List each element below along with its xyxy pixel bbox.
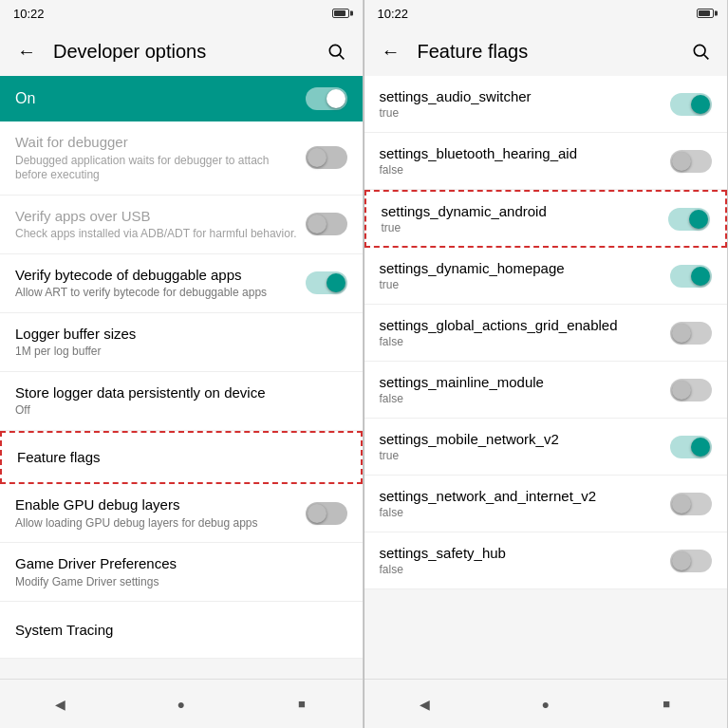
toggle-knob xyxy=(691,267,710,286)
toggle-knob xyxy=(672,152,691,171)
flag-safety-hub-name: settings_safety_hub xyxy=(380,545,663,561)
store-logger-subtitle: Off xyxy=(15,403,340,419)
developer-options-toggle[interactable] xyxy=(306,87,347,110)
flag-bluetooth-hearing-text: settings_bluetooth_hearing_aid false xyxy=(380,145,663,177)
flag-dynamic-android-toggle[interactable] xyxy=(668,208,710,231)
gpu-debug-item[interactable]: Enable GPU debug layers Allow loading GP… xyxy=(0,484,363,543)
toggle-knob xyxy=(308,504,327,523)
verify-apps-usb-toggle[interactable] xyxy=(306,213,347,235)
flag-bluetooth-hearing-toggle[interactable] xyxy=(670,150,712,173)
flag-audio-switcher-item[interactable]: settings_audio_switcher true xyxy=(364,76,728,133)
left-back-nav-button[interactable]: ◀ xyxy=(42,685,80,723)
flag-mainline-module-item[interactable]: settings_mainline_module false xyxy=(364,362,728,419)
wait-for-debugger-subtitle: Debugged application waits for debugger … xyxy=(15,154,298,183)
logger-buffer-subtitle: 1M per log buffer xyxy=(15,345,340,360)
left-page-title: Developer options xyxy=(53,41,319,63)
right-home-nav-button[interactable]: ● xyxy=(527,685,565,723)
left-search-icon xyxy=(327,42,345,61)
flag-mobile-network-toggle[interactable] xyxy=(670,436,712,458)
wait-for-debugger-toggle[interactable] xyxy=(306,146,347,169)
verify-bytecode-item[interactable]: Verify bytecode of debuggable apps Allow… xyxy=(0,254,363,313)
right-back-button[interactable]: ← xyxy=(374,34,408,68)
flag-safety-hub-toggle[interactable] xyxy=(670,550,712,572)
flag-audio-switcher-value: true xyxy=(380,106,663,120)
right-page-title: Feature flags xyxy=(418,41,684,63)
toggle-knob xyxy=(691,438,710,457)
verify-apps-usb-text: Verify apps over USB Check apps installe… xyxy=(15,207,298,242)
right-back-arrow-icon: ← xyxy=(382,41,401,63)
flag-global-actions-toggle[interactable] xyxy=(670,322,712,345)
verify-apps-usb-title: Verify apps over USB xyxy=(15,207,298,226)
system-tracing-title: System Tracing xyxy=(15,621,340,640)
flag-mainline-module-value: false xyxy=(380,392,663,405)
toggle-knob xyxy=(672,381,691,400)
flag-mobile-network-item[interactable]: settings_mobile_network_v2 true xyxy=(364,419,728,476)
flag-network-internet-toggle[interactable] xyxy=(670,493,712,515)
feature-flags-item[interactable]: Feature flags xyxy=(0,431,363,484)
flag-mainline-module-name: settings_mainline_module xyxy=(380,374,663,390)
verify-bytecode-toggle[interactable] xyxy=(306,271,347,294)
system-tracing-text: System Tracing xyxy=(15,621,340,640)
left-home-nav-button[interactable]: ● xyxy=(162,685,200,723)
right-search-icon xyxy=(691,42,710,61)
system-tracing-item[interactable]: System Tracing xyxy=(0,602,363,659)
flag-mainline-module-toggle[interactable] xyxy=(670,379,712,401)
flag-global-actions-name: settings_global_actions_grid_enabled xyxy=(380,317,663,333)
right-time: 10:22 xyxy=(378,7,409,21)
flag-safety-hub-value: false xyxy=(380,563,663,576)
right-toolbar: ← Feature flags xyxy=(364,27,728,76)
flag-global-actions-text: settings_global_actions_grid_enabled fal… xyxy=(380,317,663,348)
on-label: On xyxy=(15,90,35,107)
svg-point-0 xyxy=(329,45,341,56)
toggle-knob xyxy=(308,148,327,167)
right-search-button[interactable] xyxy=(683,34,718,68)
wait-for-debugger-title: Wait for debugger xyxy=(15,133,298,152)
flag-safety-hub-text: settings_safety_hub false xyxy=(380,545,663,576)
toggle-knob xyxy=(327,89,345,108)
flag-dynamic-android-item[interactable]: settings_dynamic_android true xyxy=(364,190,728,248)
flag-dynamic-homepage-name: settings_dynamic_homepage xyxy=(380,260,663,276)
svg-point-2 xyxy=(694,45,705,56)
right-back-nav-button[interactable]: ◀ xyxy=(405,685,443,723)
game-driver-item[interactable]: Game Driver Preferences Modify Game Driv… xyxy=(0,543,363,602)
flag-audio-switcher-toggle[interactable] xyxy=(670,93,712,116)
left-nav-bar: ◀ ● ■ xyxy=(0,679,363,728)
verify-apps-usb-item[interactable]: Verify apps over USB Check apps installe… xyxy=(0,196,363,254)
left-status-bar: 10:22 xyxy=(0,0,363,27)
game-driver-text: Game Driver Preferences Modify Game Driv… xyxy=(15,554,340,589)
gpu-debug-toggle[interactable] xyxy=(306,502,347,525)
left-recents-nav-button[interactable]: ■ xyxy=(283,685,321,723)
logger-buffer-item[interactable]: Logger buffer sizes 1M per log buffer xyxy=(0,313,363,372)
flag-bluetooth-hearing-item[interactable]: settings_bluetooth_hearing_aid false xyxy=(364,133,728,190)
store-logger-title: Store logger data persistently on device xyxy=(15,383,340,402)
flag-bluetooth-hearing-name: settings_bluetooth_hearing_aid xyxy=(380,145,663,161)
flag-dynamic-homepage-item[interactable]: settings_dynamic_homepage true xyxy=(364,248,728,305)
logger-buffer-title: Logger buffer sizes xyxy=(15,325,340,344)
right-status-bar: 10:22 xyxy=(364,0,728,27)
verify-bytecode-title: Verify bytecode of debuggable apps xyxy=(15,266,298,285)
flag-bluetooth-hearing-value: false xyxy=(380,163,663,177)
flag-dynamic-homepage-toggle[interactable] xyxy=(670,265,712,288)
toggle-knob xyxy=(327,273,345,292)
right-home-nav-icon: ● xyxy=(542,697,550,712)
store-logger-text: Store logger data persistently on device… xyxy=(15,383,340,419)
flag-global-actions-item[interactable]: settings_global_actions_grid_enabled fal… xyxy=(364,305,728,362)
svg-line-3 xyxy=(704,55,709,60)
flag-dynamic-android-name: settings_dynamic_android xyxy=(382,203,662,219)
developer-options-toggle-row[interactable]: On xyxy=(0,76,363,121)
toggle-knob xyxy=(691,95,710,114)
flag-global-actions-value: false xyxy=(380,335,663,348)
flag-mobile-network-name: settings_mobile_network_v2 xyxy=(380,431,663,447)
store-logger-item[interactable]: Store logger data persistently on device… xyxy=(0,372,363,431)
gpu-debug-text: Enable GPU debug layers Allow loading GP… xyxy=(15,495,298,531)
gpu-debug-subtitle: Allow loading GPU debug layers for debug… xyxy=(15,516,298,532)
flag-mainline-module-text: settings_mainline_module false xyxy=(380,374,663,405)
left-back-button[interactable]: ← xyxy=(9,34,44,68)
left-toolbar: ← Developer options xyxy=(0,27,363,76)
wait-for-debugger-item[interactable]: Wait for debugger Debugged application w… xyxy=(0,121,363,196)
right-recents-nav-button[interactable]: ■ xyxy=(647,685,685,723)
flag-network-internet-item[interactable]: settings_network_and_internet_v2 false xyxy=(364,476,728,532)
left-search-button[interactable] xyxy=(319,34,353,68)
feature-flags-title: Feature flags xyxy=(17,448,101,467)
flag-safety-hub-item[interactable]: settings_safety_hub false xyxy=(364,532,728,589)
